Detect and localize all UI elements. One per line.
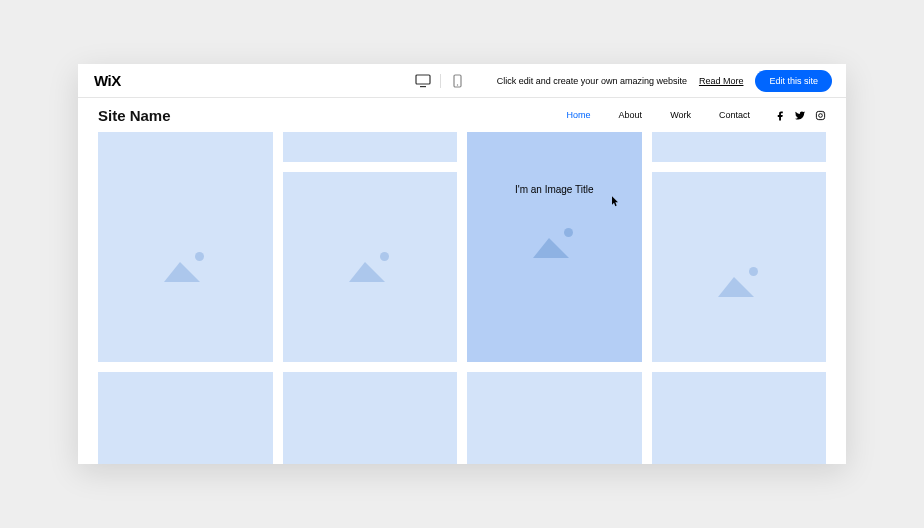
gallery-tile[interactable] [467,372,642,464]
device-divider [440,74,441,88]
nav-contact[interactable]: Contact [719,110,750,120]
device-toggle [414,72,467,90]
wix-logo[interactable]: WiX [94,72,121,89]
desktop-icon[interactable] [414,72,432,90]
site-name[interactable]: Site Name [98,107,171,124]
gallery-area: I'm an Image Title [78,132,846,464]
promo-text: Click edit and create your own amazing w… [497,76,687,86]
nav-home[interactable]: Home [567,110,591,120]
mobile-icon[interactable] [449,72,467,90]
svg-point-5 [818,113,822,117]
instagram-icon[interactable] [814,109,826,121]
gallery-tile[interactable] [98,132,273,362]
gallery-tile[interactable] [283,372,458,464]
gallery-tile[interactable] [652,172,827,362]
facebook-icon[interactable] [774,109,786,121]
image-placeholder-icon [716,267,762,297]
svg-point-3 [457,84,458,85]
editor-window: WiX Click edit and create your own amazi… [78,64,846,464]
svg-point-6 [822,112,823,113]
image-gallery: I'm an Image Title [98,132,826,464]
image-title: I'm an Image Title [467,184,642,195]
image-placeholder-icon [531,228,577,258]
main-nav: Home About Work Contact [567,110,750,120]
gallery-tile[interactable] [98,372,273,464]
image-placeholder-icon [162,252,208,282]
gallery-tile[interactable] [652,372,827,464]
gallery-tile-hovered[interactable]: I'm an Image Title [467,132,642,362]
nav-work[interactable]: Work [670,110,691,120]
svg-rect-1 [420,86,426,87]
gallery-tile[interactable] [283,132,458,162]
nav-about[interactable]: About [619,110,643,120]
image-placeholder-icon [347,252,393,282]
read-more-link[interactable]: Read More [699,76,744,86]
cursor-icon [612,196,620,209]
site-header: Site Name Home About Work Contact [78,98,846,132]
twitter-icon[interactable] [794,109,806,121]
social-links [774,109,826,121]
svg-rect-4 [816,111,824,119]
svg-rect-0 [416,75,430,84]
gallery-tile[interactable] [652,132,827,162]
edit-site-button[interactable]: Edit this site [755,70,832,92]
gallery-tile[interactable] [283,172,458,362]
editor-topbar: WiX Click edit and create your own amazi… [78,64,846,98]
